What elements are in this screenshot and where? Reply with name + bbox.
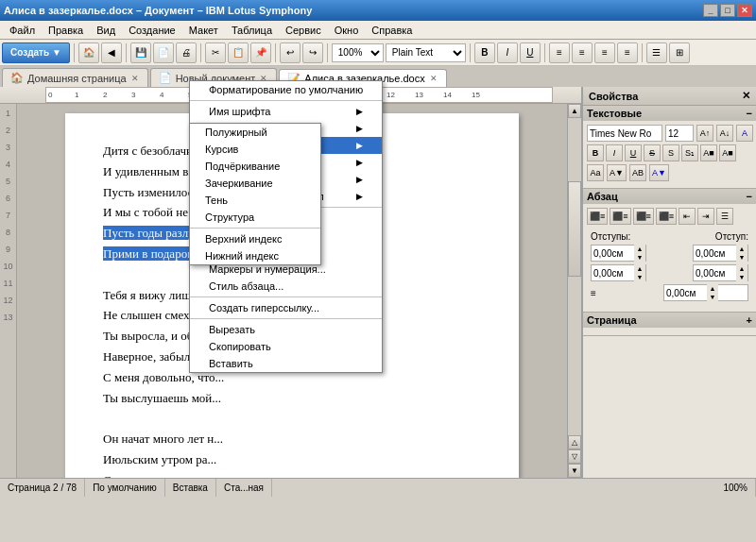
menu-layout[interactable]: Макет bbox=[183, 23, 224, 38]
line-spacing-up[interactable]: ▲ bbox=[707, 284, 718, 293]
ctx-paste[interactable]: Вставить bbox=[190, 355, 382, 372]
style-select[interactable]: Plain Text bbox=[386, 43, 466, 62]
line-spacing-value[interactable] bbox=[664, 288, 707, 298]
left-indent-input[interactable]: ▲ ▼ bbox=[591, 245, 646, 262]
left-indent-value[interactable] bbox=[592, 248, 634, 259]
menu-service[interactable]: Сервис bbox=[280, 23, 327, 38]
ctx-cut[interactable]: Вырезать bbox=[190, 321, 382, 338]
align-right-button[interactable]: ≡ bbox=[594, 42, 615, 63]
justify-button[interactable]: ≡ bbox=[617, 42, 638, 63]
indent-dec-btn[interactable]: ⇤ bbox=[679, 208, 696, 225]
menu-create[interactable]: Создание bbox=[123, 23, 181, 38]
line-spacing-down[interactable]: ▼ bbox=[707, 293, 718, 301]
above-spacing-up[interactable]: ▲ bbox=[634, 264, 645, 273]
subscript-btn[interactable]: S₁ bbox=[681, 144, 698, 161]
ctx-default-format[interactable]: Форматирование по умолчанию bbox=[190, 81, 382, 98]
color3-btn[interactable]: A▼ bbox=[649, 164, 669, 181]
menu-table[interactable]: Таблица bbox=[226, 23, 278, 38]
align-left-btn[interactable]: ⬛≡ bbox=[587, 208, 608, 225]
underline-fmt-btn[interactable]: U bbox=[625, 144, 642, 161]
list-button[interactable]: ☰ bbox=[646, 42, 667, 63]
cut-button[interactable]: ✂ bbox=[205, 42, 226, 63]
scroll-down-button[interactable]: ▼ bbox=[568, 464, 581, 478]
ctx-para-style[interactable]: Стиль абзаца... bbox=[190, 278, 382, 295]
bold-button[interactable]: B bbox=[474, 42, 495, 63]
left-indent-up[interactable]: ▲ bbox=[634, 245, 645, 253]
align-left-button[interactable]: ≡ bbox=[549, 42, 570, 63]
caps-btn[interactable]: Аа bbox=[587, 164, 604, 181]
bold-fmt-btn[interactable]: B bbox=[587, 144, 604, 161]
shadow-btn[interactable]: S bbox=[662, 144, 679, 161]
panel-close-button[interactable]: ✕ bbox=[742, 90, 750, 102]
font-dec-btn[interactable]: A↓ bbox=[716, 125, 733, 142]
back-button[interactable]: ◀ bbox=[101, 42, 122, 63]
align-center-btn[interactable]: ⬛≡ bbox=[610, 208, 630, 225]
font-color-btn[interactable]: A bbox=[736, 125, 753, 142]
redo-button[interactable]: ↪ bbox=[302, 42, 323, 63]
copy-button[interactable]: 📋 bbox=[228, 42, 249, 63]
scroll-thumb[interactable] bbox=[568, 181, 581, 277]
sub-strikethrough[interactable]: Зачеркивание bbox=[190, 175, 320, 192]
home-button[interactable]: 🏠 bbox=[78, 42, 99, 63]
zoom-select[interactable]: 100% bbox=[332, 43, 384, 62]
sub-subscript[interactable]: Нижний индекс bbox=[190, 247, 320, 264]
tab-home[interactable]: 🏠 Домашняя страница ✕ bbox=[2, 68, 148, 87]
maximize-button[interactable]: □ bbox=[720, 4, 735, 17]
strikethrough-btn[interactable]: S bbox=[644, 144, 661, 161]
italic-fmt-btn[interactable]: I bbox=[606, 144, 623, 161]
print-button[interactable]: 🖨 bbox=[176, 42, 197, 63]
ctx-font-name[interactable]: Имя шрифта ▶ bbox=[190, 103, 382, 120]
below-spacing-down[interactable]: ▼ bbox=[736, 273, 747, 281]
save-button[interactable]: 💾 bbox=[130, 42, 151, 63]
vertical-scrollbar[interactable]: ▲ △ ▽ ▼ bbox=[567, 104, 581, 478]
paste-button[interactable]: 📌 bbox=[250, 42, 271, 63]
sub-superscript[interactable]: Верхний индекс bbox=[190, 230, 320, 247]
text-section-collapse[interactable]: − bbox=[747, 108, 752, 119]
scroll-page-up[interactable]: △ bbox=[568, 435, 581, 449]
menu-window[interactable]: Окно bbox=[329, 23, 365, 38]
spacing-btn[interactable]: АВ bbox=[629, 164, 646, 181]
sub-shadow[interactable]: Тень bbox=[190, 192, 320, 209]
indent-inc-btn[interactable]: ⇥ bbox=[697, 208, 714, 225]
right-indent-input[interactable]: ▲ ▼ bbox=[693, 245, 748, 262]
above-spacing-input[interactable]: ▲ ▼ bbox=[591, 264, 646, 281]
menu-edit[interactable]: Правка bbox=[43, 23, 89, 38]
menu-help[interactable]: Справка bbox=[366, 23, 418, 38]
minimize-button[interactable]: _ bbox=[703, 4, 718, 17]
font-inc-btn[interactable]: A↑ bbox=[696, 125, 713, 142]
sub-underline[interactable]: Подчёркивание bbox=[190, 158, 320, 175]
font-size-dropdown[interactable]: A▼ bbox=[607, 164, 627, 181]
sub-italic[interactable]: Курсив bbox=[190, 141, 320, 158]
italic-button[interactable]: I bbox=[497, 42, 518, 63]
num-list-button[interactable]: ⊞ bbox=[669, 42, 690, 63]
underline-button[interactable]: U bbox=[520, 42, 541, 63]
ctx-hyperlink[interactable]: Создать гиперссылку... bbox=[190, 299, 382, 316]
font-name-input[interactable] bbox=[587, 125, 662, 142]
align-center-button[interactable]: ≡ bbox=[572, 42, 593, 63]
create-button[interactable]: Создать ▼ bbox=[2, 42, 70, 63]
undo-button[interactable]: ↩ bbox=[280, 42, 301, 63]
font-size-input[interactable] bbox=[665, 125, 694, 142]
scroll-up-button[interactable]: ▲ bbox=[568, 104, 581, 118]
sub-outline[interactable]: Структура bbox=[190, 209, 320, 226]
right-indent-value[interactable] bbox=[694, 248, 736, 259]
menu-file[interactable]: Файл bbox=[4, 23, 41, 38]
font-color2-btn[interactable]: A■ bbox=[719, 144, 736, 161]
page-section-collapse[interactable]: + bbox=[747, 314, 752, 326]
new-doc-button[interactable]: 📄 bbox=[153, 42, 174, 63]
right-indent-up[interactable]: ▲ bbox=[736, 245, 747, 253]
paragraph-section-collapse[interactable]: − bbox=[747, 191, 752, 202]
highlight-btn[interactable]: A■ bbox=[700, 144, 717, 161]
scroll-track[interactable] bbox=[568, 118, 581, 435]
right-indent-down[interactable]: ▼ bbox=[736, 253, 747, 262]
above-spacing-value[interactable] bbox=[592, 268, 634, 279]
tab-alice-close[interactable]: ✕ bbox=[429, 74, 438, 83]
tab-home-close[interactable]: ✕ bbox=[130, 74, 140, 83]
close-button[interactable]: ✕ bbox=[737, 4, 752, 17]
ctx-copy[interactable]: Скопировать bbox=[190, 338, 382, 355]
above-spacing-down[interactable]: ▼ bbox=[634, 273, 645, 281]
left-indent-down[interactable]: ▼ bbox=[634, 253, 645, 262]
align-right-btn[interactable]: ⬛≡ bbox=[633, 208, 654, 225]
line-spacing-input[interactable]: ▲ ▼ bbox=[663, 284, 748, 301]
align-justify-btn[interactable]: ⬛≡ bbox=[656, 208, 677, 225]
